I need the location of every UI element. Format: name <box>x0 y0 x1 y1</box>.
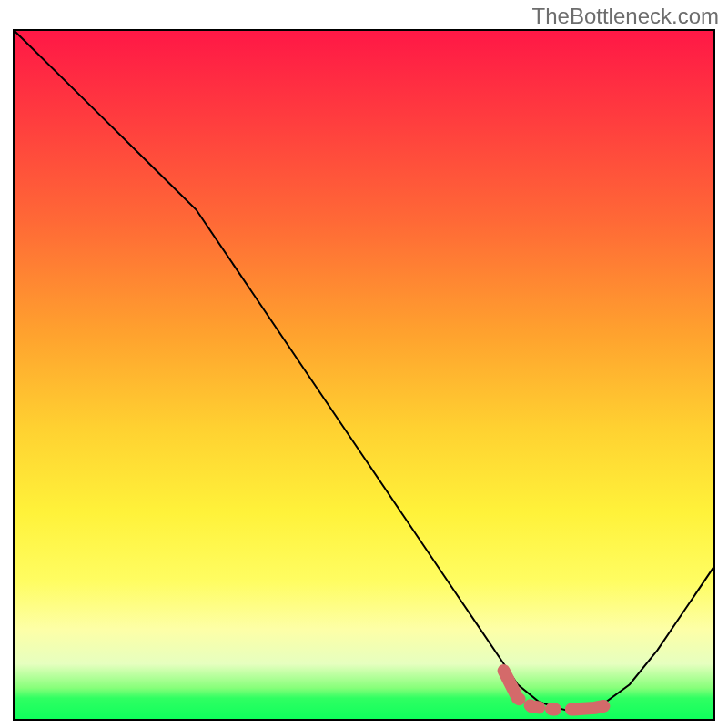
optimum-marker <box>504 671 609 709</box>
chart-area <box>13 29 715 721</box>
chart-lines-svg <box>15 31 713 719</box>
watermark-text: TheBottleneck.com <box>532 4 719 29</box>
bottleneck-curve <box>15 31 713 712</box>
